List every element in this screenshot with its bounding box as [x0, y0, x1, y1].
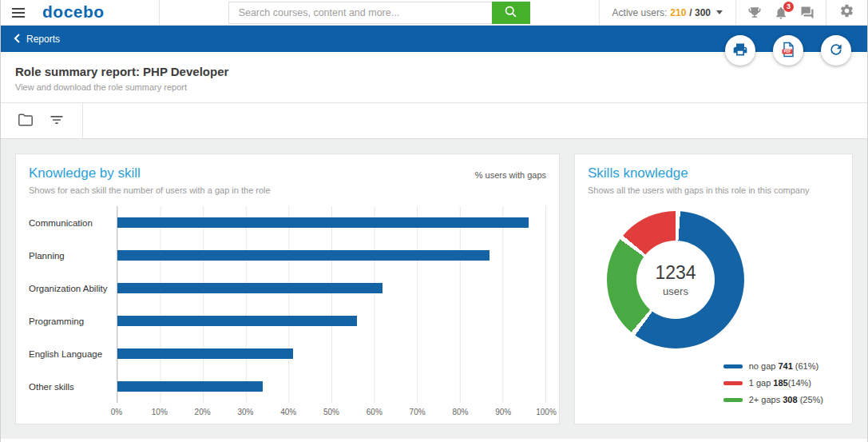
hamburger-menu-icon[interactable] [1, 0, 36, 26]
bar-plot-area [117, 239, 546, 272]
bar-segment[interactable] [117, 283, 382, 293]
active-users-total: / 300 [689, 7, 711, 18]
folder-icon [17, 112, 34, 130]
filter-button[interactable] [49, 112, 65, 130]
active-users-label: Active users: [612, 7, 668, 18]
search-input[interactable] [228, 2, 492, 24]
x-axis-tick: 100% [536, 408, 557, 416]
legend-swatch-icon [723, 364, 743, 368]
topbar: docebo Active users: 210 / 300 [1, 0, 867, 26]
printer-icon [732, 42, 748, 60]
report-toolbar [1, 103, 867, 139]
card-title: Knowledge by skill [29, 165, 271, 181]
folder-button[interactable] [17, 112, 34, 130]
x-axis-tick: 30% [237, 408, 253, 416]
legend-label: no gap 741 (61%) [749, 361, 818, 371]
bar-plot-area [117, 272, 546, 305]
x-axis-tick: 50% [323, 408, 339, 416]
separator [159, 0, 160, 25]
report-actions: PDF [725, 35, 851, 66]
report-content: Knowledge by skill Shows for each skill … [1, 139, 867, 439]
bar-chart: CommunicationPlanningOrganization Abilit… [29, 206, 546, 420]
donut-center-caption: users [663, 285, 688, 297]
search-bar [228, 2, 530, 24]
x-axis-tick: 40% [280, 408, 296, 416]
knowledge-by-skill-card: Knowledge by skill Shows for each skill … [15, 153, 560, 424]
legend-label: 2+ gaps 308 (25%) [749, 395, 823, 404]
card-subtitle: Shows for each skill the number of users… [29, 185, 271, 195]
app-window: docebo Active users: 210 / 300 [0, 0, 868, 442]
bar-segment[interactable] [117, 316, 357, 326]
print-button[interactable] [725, 35, 755, 66]
page-subtitle: View and download the role summary repor… [15, 82, 853, 92]
settings-button[interactable] [826, 3, 867, 22]
caret-down-icon [716, 10, 723, 14]
bar-row: Communication [29, 206, 546, 239]
gamification-trophy-icon[interactable] [747, 6, 762, 20]
x-axis-tick: 70% [410, 408, 426, 416]
x-axis-tick: 60% [367, 408, 382, 416]
bar-chart-x-axis: 0%10%20%30%40%50%60%70%80%90%100% [29, 408, 546, 420]
notification-count-badge: 3 [783, 2, 794, 12]
legend-item: no gap 741 (61%) [723, 361, 823, 371]
bar-plot-area [117, 337, 546, 370]
bar-plot-area [117, 370, 546, 403]
card-title: Skills knowledge [588, 165, 810, 181]
bar-chart-rows: CommunicationPlanningOrganization Abilit… [29, 206, 546, 403]
bar-category-label: Other skills [29, 370, 117, 403]
page-title: Role summary report: PHP Developer [15, 65, 853, 78]
refresh-icon [828, 42, 844, 60]
x-axis-tick: 80% [452, 408, 468, 416]
bar-segment[interactable] [117, 348, 293, 359]
filter-icon [49, 112, 65, 130]
bar-category-label: Communication [29, 206, 117, 239]
notifications-bell-icon[interactable]: 3 [774, 6, 788, 20]
bar-plot-area [117, 206, 546, 239]
bar-category-label: Programming [29, 305, 117, 337]
legend-swatch-icon [723, 398, 743, 402]
bar-chart-annotation: % users with gaps [475, 170, 546, 180]
x-axis-tick: 20% [195, 408, 211, 416]
svg-text:PDF: PDF [783, 50, 791, 54]
bar-row: Organization Ability [29, 272, 546, 305]
pdf-icon: PDF [780, 42, 796, 60]
legend-item: 2+ gaps 308 (25%) [723, 395, 823, 404]
legend-item: 1 gap 185(14%) [723, 378, 823, 388]
export-pdf-button[interactable]: PDF [773, 35, 803, 66]
bar-row: Programming [29, 305, 546, 337]
back-chevron-icon[interactable] [14, 32, 20, 46]
docebo-logo[interactable]: docebo [36, 2, 113, 23]
search-icon [504, 5, 517, 21]
donut-legend: no gap 741 (61%)1 gap 185(14%)2+ gaps 30… [723, 361, 823, 404]
bar-segment[interactable] [117, 217, 529, 228]
donut-center-value: 1234 [655, 262, 696, 284]
active-users-dropdown[interactable]: Active users: 210 / 300 [600, 7, 735, 18]
card-subtitle: Shows all the users with gaps in this ro… [588, 185, 810, 195]
bar-category-label: Planning [29, 239, 117, 272]
donut-chart[interactable]: 1234 users [607, 211, 744, 348]
bar-category-label: English Language [29, 337, 117, 370]
x-axis-tick: 0% [111, 408, 122, 416]
search-button[interactable] [492, 2, 530, 24]
bar-segment[interactable] [117, 250, 489, 261]
breadcrumb-reports-link[interactable]: Reports [26, 34, 60, 45]
messages-chat-icon[interactable] [800, 6, 814, 20]
gear-icon [839, 3, 854, 22]
x-axis-tick: 10% [152, 408, 168, 416]
legend-swatch-icon [723, 381, 743, 385]
skills-knowledge-card: Skills knowledge Shows all the users wit… [574, 153, 853, 424]
bar-row: Planning [29, 239, 546, 272]
legend-label: 1 gap 185(14%) [749, 378, 811, 388]
bar-row: Other skills [29, 370, 546, 403]
active-users-current: 210 [670, 7, 686, 18]
refresh-button[interactable] [821, 35, 851, 66]
bar-row: English Language [29, 337, 546, 370]
separator [82, 103, 83, 138]
donut-center: 1234 users [636, 241, 715, 319]
x-axis-tick: 90% [495, 408, 511, 416]
topbar-icons: 3 [736, 6, 826, 20]
bar-category-label: Organization Ability [29, 272, 117, 305]
bar-segment[interactable] [117, 381, 263, 392]
bar-plot-area [117, 305, 546, 337]
